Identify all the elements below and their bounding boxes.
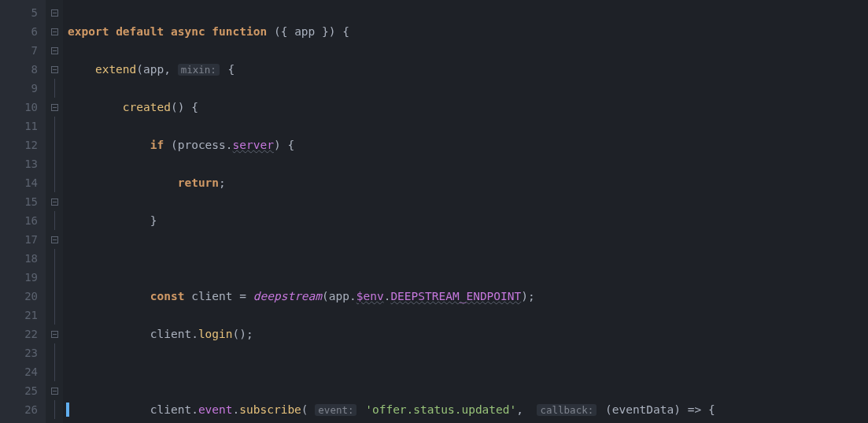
line-number: 14 — [14, 173, 38, 192]
line-number: 13 — [14, 154, 38, 173]
line-number: 8 — [14, 60, 38, 79]
code-line[interactable]: client.event.subscribe( event: 'offer.st… — [68, 400, 868, 419]
fold-marker[interactable] — [46, 22, 63, 41]
code-editor[interactable]: 5 6 7 8 9 10 11 12 13 14 15 16 17 18 19 … — [0, 0, 868, 423]
line-number-gutter: 5 6 7 8 9 10 11 12 13 14 15 16 17 18 19 … — [0, 0, 46, 423]
fold-guide — [46, 362, 63, 381]
code-line[interactable]: } — [68, 211, 868, 230]
fold-marker[interactable] — [46, 381, 63, 400]
fold-marker[interactable] — [46, 230, 63, 249]
code-line[interactable]: extend(app, mixin: { — [68, 60, 868, 79]
fold-guide — [46, 400, 63, 419]
fold-guide — [46, 268, 63, 287]
line-number: 20 — [14, 287, 38, 306]
fold-guide — [46, 135, 63, 154]
line-number: 7 — [14, 41, 38, 60]
code-line[interactable]: if (process.server) { — [68, 135, 868, 154]
fold-guide — [46, 154, 63, 173]
line-number: 22 — [14, 325, 38, 343]
bookmark-icon — [66, 403, 69, 417]
line-number: 5 — [14, 3, 38, 22]
fold-guide — [46, 79, 63, 98]
line-number: 15 — [14, 192, 38, 211]
fold-marker[interactable] — [46, 41, 63, 60]
fold-guide — [46, 287, 63, 306]
line-number: 10 — [14, 98, 38, 117]
line-number: 6 — [14, 22, 38, 41]
fold-marker[interactable] — [46, 3, 63, 22]
fold-marker[interactable] — [46, 60, 63, 79]
fold-gutter — [46, 0, 63, 423]
line-number: 11 — [14, 117, 38, 135]
code-line[interactable]: export default async function ({ app }) … — [68, 22, 868, 41]
fold-guide — [46, 211, 63, 230]
param-hint: event: — [315, 404, 356, 416]
fold-marker[interactable] — [46, 98, 63, 117]
line-number: 23 — [14, 343, 38, 362]
line-number: 17 — [14, 230, 38, 249]
fold-marker[interactable] — [46, 325, 63, 343]
fold-guide — [46, 343, 63, 362]
code-line[interactable]: const client = deepstream(app.$env.DEEPS… — [68, 287, 868, 306]
line-number: 19 — [14, 268, 38, 287]
line-number: 16 — [14, 211, 38, 230]
code-line[interactable] — [68, 362, 868, 381]
line-number: 12 — [14, 135, 38, 154]
code-line[interactable] — [68, 249, 868, 268]
fold-guide — [46, 249, 63, 268]
line-number: 9 — [14, 79, 38, 98]
param-hint: callback: — [537, 404, 597, 416]
code-area[interactable]: export default async function ({ app }) … — [63, 0, 868, 423]
line-number: 24 — [14, 362, 38, 381]
fold-guide — [46, 117, 63, 135]
line-number: 26 — [14, 400, 38, 419]
line-number: 21 — [14, 306, 38, 325]
code-line[interactable]: return; — [68, 173, 868, 192]
line-number: 25 — [14, 381, 38, 400]
param-hint: mixin: — [178, 64, 220, 76]
fold-marker[interactable] — [46, 192, 63, 211]
fold-guide — [46, 173, 63, 192]
code-line[interactable]: client.login(); — [68, 325, 868, 343]
code-line[interactable]: created() { — [68, 98, 868, 117]
line-number: 18 — [14, 249, 38, 268]
fold-guide — [46, 306, 63, 325]
